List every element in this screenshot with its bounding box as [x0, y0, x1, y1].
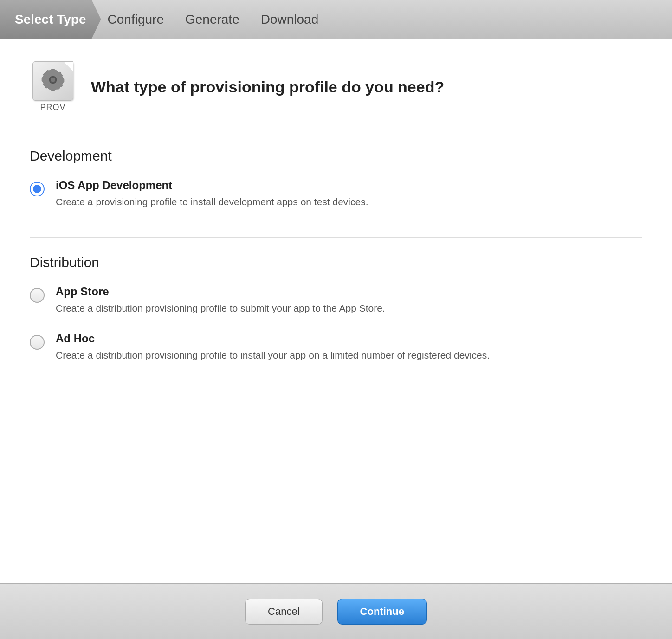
breadcrumb-label-download: Download: [261, 12, 319, 27]
app-store-text: App Store Create a distribution provisio…: [56, 285, 385, 316]
ios-app-development-label: iOS App Development: [56, 179, 368, 192]
breadcrumb-select-type[interactable]: Select Type: [0, 0, 101, 39]
ad-hoc-desc: Create a distribution provisioning profi…: [56, 348, 490, 363]
ios-app-development-option[interactable]: iOS App Development Create a provisionin…: [30, 179, 642, 209]
cancel-button[interactable]: Cancel: [245, 599, 322, 625]
breadcrumb-configure[interactable]: Configure: [97, 0, 179, 39]
ios-app-development-radio[interactable]: [30, 182, 45, 196]
app-store-radio[interactable]: [30, 288, 45, 303]
breadcrumb-generate[interactable]: Generate: [174, 0, 254, 39]
distribution-section: Distribution App Store Create a distribu…: [30, 238, 642, 391]
distribution-section-title: Distribution: [30, 254, 642, 270]
breadcrumb-label-select-type: Select Type: [15, 12, 86, 27]
page-header: PROV What type of provisioning profile d…: [30, 61, 642, 112]
app-store-desc: Create a distribution provisioning profi…: [56, 301, 385, 316]
svg-point-1: [51, 78, 55, 82]
development-section-title: Development: [30, 148, 642, 164]
prov-icon-label: PROV: [40, 103, 65, 112]
gear-icon: [41, 69, 65, 93]
breadcrumb-label-generate: Generate: [185, 12, 239, 27]
continue-button[interactable]: Continue: [337, 599, 427, 625]
ios-app-development-desc: Create a provisioning profile to install…: [56, 195, 368, 209]
footer: Cancel Continue: [0, 583, 672, 639]
ad-hoc-radio[interactable]: [30, 335, 45, 350]
prov-icon-inner: [32, 61, 73, 101]
app-store-label: App Store: [56, 285, 385, 298]
page-title: What type of provisioning profile do you…: [91, 78, 444, 96]
ad-hoc-option[interactable]: Ad Hoc Create a distribution provisionin…: [30, 332, 642, 363]
ad-hoc-label: Ad Hoc: [56, 332, 490, 345]
breadcrumb-download[interactable]: Download: [250, 0, 334, 39]
breadcrumb-label-configure: Configure: [108, 12, 164, 27]
development-section: Development iOS App Development Create a…: [30, 131, 642, 237]
prov-icon: PROV: [30, 61, 76, 112]
breadcrumb-bar: Select Type Configure Generate Download: [0, 0, 672, 39]
main-content: PROV What type of provisioning profile d…: [0, 39, 672, 583]
ad-hoc-text: Ad Hoc Create a distribution provisionin…: [56, 332, 490, 363]
app-store-option[interactable]: App Store Create a distribution provisio…: [30, 285, 642, 316]
ios-app-development-text: iOS App Development Create a provisionin…: [56, 179, 368, 209]
